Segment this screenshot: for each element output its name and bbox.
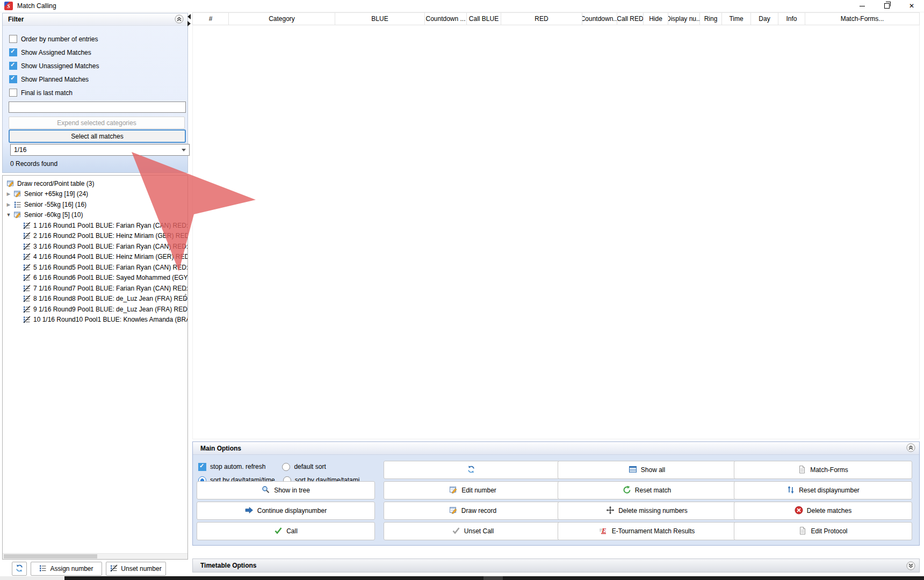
column-header-hide[interactable]: Hide — [644, 13, 668, 25]
button-label: Call — [286, 527, 298, 535]
tree-item-match-8[interactable]: 8 1/16 Round8 Pool1 BLUE: de_Luz Jean (F… — [3, 294, 187, 305]
numbered-list-icon — [39, 564, 47, 574]
column-header-day[interactable]: Day — [751, 13, 778, 25]
tree-item-match-6[interactable]: 6 1/16 Round6 Pool1 BLUE: Sayed Mohammed… — [3, 273, 187, 284]
match-table-body-empty[interactable] — [192, 25, 920, 439]
table-icon — [629, 465, 637, 475]
minimize-button[interactable] — [850, 0, 875, 12]
refresh-list-button[interactable] — [384, 461, 562, 479]
column-header-match-forms[interactable]: Match-Forms... — [805, 13, 919, 25]
edit-number-button[interactable]: Edit number — [384, 481, 562, 499]
chevron-double-up-icon[interactable] — [175, 15, 184, 25]
assign-number-button[interactable]: Assign number — [31, 562, 102, 576]
column-header-call-blue[interactable]: Call BLUE — [467, 13, 501, 25]
column-header-number[interactable]: # — [193, 13, 229, 25]
checkbox-final-last-match[interactable]: Final is last match — [3, 86, 187, 99]
splitter-expand-right-icon[interactable] — [187, 21, 191, 26]
select-all-matches-button[interactable]: Select all matches — [9, 129, 186, 143]
category-search-input[interactable] — [9, 102, 186, 113]
checkbox-icon[interactable] — [9, 89, 17, 97]
continue-displaynumber-button[interactable]: Continue displaynumber — [197, 502, 375, 520]
numbered-list-strike-icon — [23, 306, 31, 313]
tree-item-root[interactable]: Draw record/Point table (3) — [3, 178, 187, 189]
button-label: Select all matches — [71, 133, 123, 140]
tree-scrollbar-grip[interactable] — [185, 289, 186, 300]
chevron-double-down-icon[interactable] — [906, 561, 915, 572]
checkbox-icon[interactable] — [9, 48, 17, 56]
column-header-call-red[interactable]: Call RED — [617, 13, 644, 25]
refresh-button[interactable] — [12, 562, 27, 576]
column-header-ring[interactable]: Ring — [700, 13, 722, 25]
expander-collapsed-icon[interactable]: ▶ — [6, 202, 11, 207]
draw-record-button[interactable]: Draw record — [384, 502, 562, 520]
show-in-tree-button[interactable]: Show in tree — [197, 481, 375, 499]
checkbox-show-unassigned[interactable]: Show Unassigned Matches — [3, 59, 187, 73]
red-x-circle-icon — [795, 506, 803, 516]
tree-item-match-2[interactable]: 2 1/16 Round2 Pool1 BLUE: Heinz Miriam (… — [3, 231, 187, 242]
unset-call-button[interactable]: Unset Call — [384, 522, 562, 540]
main-options-header: Main Options — [193, 442, 919, 455]
checkbox-order-by-entries[interactable]: Order by number of entries — [3, 32, 187, 46]
close-button[interactable]: ✕ — [899, 0, 924, 12]
numbered-list-strike-icon — [23, 295, 31, 302]
column-header-category[interactable]: Category — [229, 13, 335, 25]
records-found-label: 0 Records found — [10, 160, 57, 168]
radio-label: default sort — [294, 463, 326, 470]
numbered-list-icon — [14, 201, 21, 208]
show-all-button[interactable]: Show all — [558, 461, 736, 479]
restore-icon — [884, 3, 890, 9]
unset-number-button[interactable]: Unset number — [106, 562, 166, 576]
checkbox-icon[interactable] — [9, 62, 17, 70]
column-header-blue[interactable]: BLUE — [335, 13, 425, 25]
tree-item-match-5[interactable]: 5 1/16 Round5 Pool1 BLUE: Farian Ryan (C… — [3, 262, 187, 273]
edit-protocol-button[interactable]: Edit Protocol — [734, 522, 912, 540]
reset-match-button[interactable]: Reset match — [558, 481, 736, 499]
column-header-countdown-red[interactable]: Countdown... — [582, 13, 617, 25]
column-header-info[interactable]: Info — [778, 13, 805, 25]
checkbox-icon[interactable] — [9, 75, 17, 83]
button-label: Reset match — [635, 487, 671, 494]
call-button[interactable]: Call — [197, 522, 375, 540]
checkbox-show-planned[interactable]: Show Planned Matches — [3, 73, 187, 86]
tree-item-match-7[interactable]: 7 1/16 Round7 Pool1 BLUE: Farian Ryan (C… — [3, 283, 187, 294]
column-header-red[interactable]: RED — [501, 13, 582, 25]
tree-horizontal-scrollbar[interactable] — [3, 553, 187, 559]
tree-item-match-1[interactable]: 1 1/16 Round1 Pool1 BLUE: Farian Ryan (C… — [3, 220, 187, 231]
tree-item-match-9[interactable]: 9 1/16 Round9 Pool1 BLUE: de_Luz Jean (F… — [3, 304, 187, 315]
column-header-display-number[interactable]: Display nu... — [668, 13, 700, 25]
button-label: E-Tournament Match Results — [612, 527, 695, 535]
tree-item-category-60kg[interactable]: ▼ Senior -60kg [5] (10) — [3, 210, 187, 221]
expand-selected-categories-button[interactable]: Expend selected categories — [9, 117, 185, 129]
delete-matches-button[interactable]: Delete matches — [734, 502, 912, 520]
tree-item-match-4[interactable]: 4 1/16 Round4 Pool1 BLUE: Heinz Miriam (… — [3, 252, 187, 263]
chevron-double-up-icon[interactable] — [906, 443, 915, 454]
tree-item-category-55kg[interactable]: ▶ Senior -55kg [16] (16) — [3, 199, 187, 210]
checkbox-label: Show Assigned Matches — [21, 49, 91, 56]
draw-record-icon — [7, 180, 15, 187]
column-header-countdown-blue[interactable]: Countdown ... — [425, 13, 467, 25]
expander-collapsed-icon[interactable]: ▶ — [6, 191, 11, 197]
tree-item-match-3[interactable]: 3 1/16 Round3 Pool1 BLUE: Farian Ryan (C… — [3, 241, 187, 252]
match-label: 5 1/16 Round5 Pool1 BLUE: Farian Ryan (C… — [33, 264, 187, 271]
checkbox-show-assigned[interactable]: Show Assigned Matches — [3, 46, 187, 59]
tree-item-match-10[interactable]: 10 1/16 Round10 Pool1 BLUE: Knowles Aman… — [3, 315, 187, 325]
restore-button[interactable] — [875, 0, 899, 12]
reset-displaynumber-button[interactable]: Reset displaynumber — [734, 481, 912, 499]
tree-item-category-65kg[interactable]: ▶ Senior +65kg [19] (24) — [3, 189, 187, 200]
column-header-time[interactable]: Time — [722, 13, 751, 25]
round-dropdown[interactable]: 1/16 — [10, 144, 190, 156]
stop-autom-refresh-checkbox[interactable] — [198, 463, 206, 471]
move-arrows-icon — [606, 506, 615, 516]
match-forms-button[interactable]: Match-Forms — [734, 461, 912, 479]
button-label: Assign number — [50, 565, 93, 572]
tree-item-label: Senior +65kg [19] (24) — [24, 190, 88, 198]
splitter-collapse-left-icon[interactable] — [187, 14, 191, 19]
match-table-header: # Category BLUE Countdown ... Call BLUE … — [192, 12, 920, 25]
delete-missing-numbers-button[interactable]: Delete missing numbers — [558, 502, 736, 520]
default-sort-radio[interactable] — [282, 463, 290, 471]
expander-expanded-icon[interactable]: ▼ — [6, 212, 11, 218]
checkbox-label: stop autom. refresh — [210, 463, 265, 470]
checkbox-icon[interactable] — [9, 35, 17, 43]
etournament-match-results-button[interactable]: E E-Tournament Match Results — [558, 522, 736, 540]
scrollbar-thumb[interactable] — [4, 554, 97, 559]
